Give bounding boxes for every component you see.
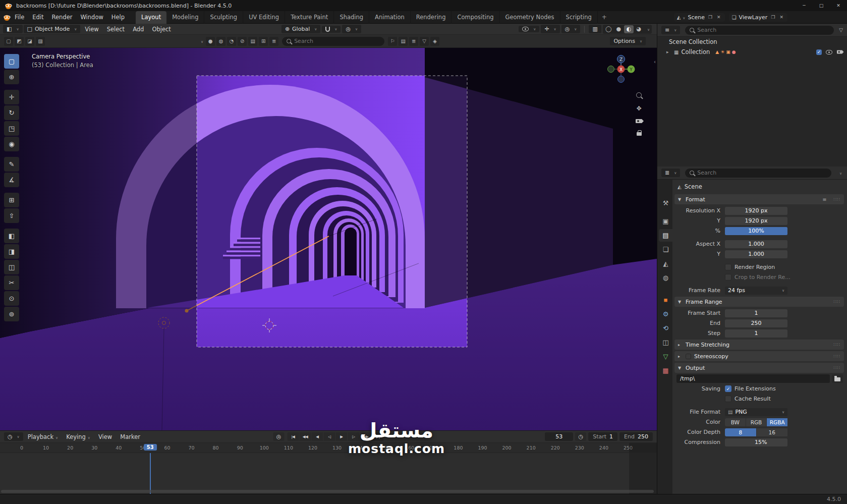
properties-search[interactable] [685, 169, 831, 178]
maximize-button[interactable]: □ [813, 0, 830, 11]
add-workspace-button[interactable]: + [598, 11, 611, 24]
drag-handle-icon[interactable]: ∷∷ [834, 299, 840, 304]
filter-icon[interactable]: ▽ [839, 27, 843, 33]
cursor[interactable]: ⊕ [4, 70, 19, 84]
hide-eye-icon[interactable] [826, 50, 832, 54]
shading-material[interactable]: ◐ [624, 25, 634, 33]
compression-slider[interactable]: 15% [725, 438, 787, 446]
shading-solid[interactable]: ● [614, 25, 624, 33]
viewport-menu[interactable]: View [81, 25, 102, 34]
prev-frame[interactable]: ◀ [312, 432, 323, 441]
xray-toggle[interactable]: ▥ [589, 25, 601, 33]
color-depth-option[interactable]: 16 [757, 428, 788, 436]
gizmo-axis-x[interactable]: X [617, 66, 625, 73]
workspace-tab[interactable]: Rendering [411, 11, 452, 24]
frame-start-field[interactable]: 1 [725, 309, 787, 317]
tab-world[interactable]: ◍ [659, 271, 672, 284]
select-mode-icon[interactable]: ▢ [4, 37, 13, 46]
scene-selector[interactable]: ◭ Scene ❐ ✕ [674, 13, 725, 22]
menubar-item[interactable]: Window [76, 12, 107, 22]
region-toggle-icon[interactable]: ‹ [654, 59, 656, 65]
prev-keyframe[interactable]: ◀◀ [300, 432, 311, 441]
pan-icon[interactable]: ✥ [636, 105, 641, 112]
blender-menu-icon[interactable] [3, 14, 11, 21]
workspace-tab[interactable]: Layout [136, 11, 166, 24]
tool-settings-icon[interactable]: ≣ [409, 37, 418, 46]
paint-b[interactable]: ◨ [4, 244, 19, 259]
zoom-icon[interactable] [636, 92, 642, 98]
aspect-x-field[interactable]: 1.000 [725, 240, 787, 248]
timeline-scrollbar[interactable] [1, 490, 654, 493]
output-path-field[interactable] [676, 374, 830, 383]
gizmo-axis-neg-z[interactable] [618, 76, 625, 83]
frame-end-field[interactable]: End250 [619, 432, 653, 441]
tool-settings-icon[interactable]: ▤ [248, 37, 257, 46]
browse-folder-button[interactable] [832, 374, 843, 383]
tab-physics[interactable]: ⟲ [659, 322, 672, 334]
unlink-viewlayer-button[interactable]: ✕ [778, 15, 784, 20]
select-box[interactable]: ▢ [4, 54, 19, 69]
viewport-search-input[interactable] [294, 38, 380, 44]
tab-constraints[interactable]: ◫ [659, 336, 672, 349]
mode-dropdown[interactable]: □Object Mode [24, 25, 81, 33]
timeline-editor-type-dropdown[interactable]: ◷ [4, 432, 23, 441]
jump-to-start[interactable]: |◀ [288, 432, 299, 441]
menubar-item[interactable]: Edit [28, 12, 47, 22]
select-mode-icon[interactable]: ◪ [25, 37, 34, 46]
close-button[interactable]: ✕ [830, 0, 847, 11]
color-depth-option[interactable]: 8 [725, 428, 756, 436]
drag-handle-icon[interactable]: ∷∷ [834, 197, 840, 202]
tool-settings-icon[interactable]: ▤ [399, 37, 408, 46]
workspace-tab[interactable]: Modeling [166, 11, 204, 24]
breadcrumb[interactable]: ◭ Scene [674, 181, 844, 193]
workspace-tab[interactable]: Scripting [560, 11, 598, 24]
file-extensions-checkbox[interactable]: ✓ [725, 385, 731, 392]
collapse-tool-settings[interactable] [198, 39, 204, 44]
outliner-editor-type-dropdown[interactable]: ≡ [661, 26, 680, 34]
extrude[interactable]: ⇧ [4, 208, 19, 223]
color-mode-option[interactable]: RGB [746, 418, 767, 426]
aspect-y-field[interactable]: 1.000 [725, 250, 787, 258]
playhead[interactable]: 53 [144, 444, 157, 451]
exclude-checkbox[interactable]: ✓ [816, 49, 822, 55]
timeline-view-menu[interactable]: View [95, 432, 116, 441]
blender-logo-icon[interactable] [5, 2, 12, 10]
collection-row[interactable]: ▸ ▦ Collection ▲☀▣● ✓ [657, 47, 847, 57]
transform[interactable]: ◉ [4, 137, 19, 151]
add-cube[interactable]: ⊞ [4, 193, 19, 207]
camera-view-icon[interactable] [636, 119, 642, 123]
proportional-edit-dropdown[interactable]: ◎ [342, 25, 361, 33]
timeline-tracks[interactable] [0, 453, 657, 494]
viewport-canvas[interactable]: ▢⊕✛↻◳◉✎∡⊞⇧◧◨◫✂⊙⊚ Camera Perspective (53)… [0, 48, 657, 430]
viewport-scene[interactable] [0, 48, 657, 430]
marker-menu[interactable]: Marker [117, 432, 144, 441]
measure[interactable]: ∡ [4, 173, 19, 187]
new-viewlayer-button[interactable]: ❐ [770, 15, 776, 20]
menubar-item[interactable]: Help [107, 12, 129, 22]
frame-rate-dropdown[interactable]: 24 fps [725, 287, 787, 295]
expand-icon[interactable]: ▸ [666, 49, 671, 54]
shading-rendered[interactable]: ◕ [634, 25, 644, 33]
editor-type-dropdown[interactable]: ◧ [3, 25, 23, 33]
jump-to-end[interactable]: ▶| [372, 432, 384, 441]
sample-b[interactable]: ⊚ [4, 307, 19, 321]
tool-settings-icon[interactable]: ⚐ [388, 37, 397, 46]
tool-settings-icon[interactable]: ▽ [420, 37, 429, 46]
tool-settings-icon[interactable]: ◍ [216, 37, 225, 46]
playback-menu[interactable]: Playback [24, 432, 62, 441]
options-dropdown[interactable]: Options [610, 37, 646, 45]
properties-options-dropdown[interactable] [836, 171, 843, 176]
properties-search-input[interactable] [697, 170, 827, 176]
next-keyframe[interactable]: ▶▶ [360, 432, 372, 441]
format-presets-icon[interactable]: ≡ [822, 197, 826, 202]
overlays-dropdown[interactable]: ◎ [561, 25, 581, 33]
tab-view-layer[interactable]: ❏ [659, 243, 672, 256]
outliner-search-input[interactable] [697, 27, 829, 33]
knife[interactable]: ✂ [4, 275, 19, 290]
color-mode-option[interactable]: RGBA [767, 418, 787, 426]
navigation-gizmo[interactable]: Z Y X [605, 53, 637, 85]
select-mode-icon[interactable]: ▨ [36, 37, 45, 46]
viewport-menu[interactable]: Add [129, 25, 147, 34]
cache-result-checkbox[interactable] [725, 396, 731, 402]
frame-step-field[interactable]: 1 [725, 329, 787, 338]
